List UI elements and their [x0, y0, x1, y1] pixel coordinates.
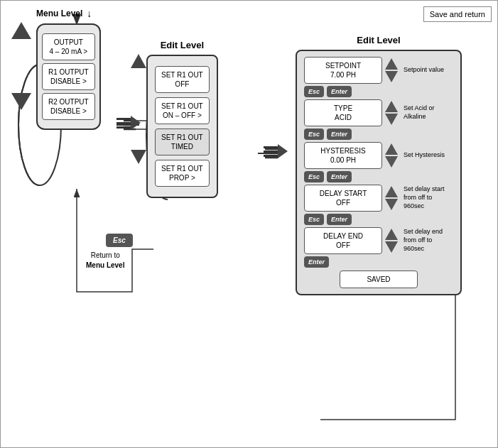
hysteresis-enter-button[interactable]: Enter: [327, 171, 352, 182]
setpoint-value-box: SETPOINT 7.00 PH: [304, 57, 382, 84]
setpoint-up-arrow[interactable]: [385, 58, 398, 70]
edit-level-1-box: SET R1 OUT OFF SET R1 OUT ON – OFF > SET…: [146, 55, 218, 198]
setpoint-arrows: [385, 58, 398, 82]
delay-start-arrows: [385, 186, 398, 210]
menu-item-r2-output[interactable]: R2 OUTPUT DISABLE >: [42, 93, 95, 120]
setpoint-enter-button[interactable]: Enter: [327, 86, 352, 97]
arrow-down-icon: ↓: [87, 8, 92, 19]
triple-line-2-icon: [264, 146, 278, 157]
connector-menu-edit1: [117, 116, 141, 130]
type-row: TYPE ACID Set Acid or Alkaline Esc Enter: [304, 99, 453, 140]
menu-item-output[interactable]: OUTPUT 4 – 20 mA >: [42, 33, 95, 60]
delay-start-enter-button[interactable]: Enter: [327, 214, 352, 225]
hysteresis-down-arrow[interactable]: [385, 156, 398, 168]
hysteresis-label: Set Hysteresis: [404, 151, 453, 160]
delay-end-arrows: [385, 229, 398, 253]
edit-level-2-title: Edit Level: [296, 35, 462, 45]
save-return-button[interactable]: Save and return: [423, 6, 492, 22]
menu-level-header: Menu Level ↓: [36, 8, 101, 19]
hysteresis-row: HYSTERESIS 0.00 PH Set Hysteresis Esc En…: [304, 142, 453, 182]
edit-level-2-box: SETPOINT 7.00 PH Setpoint value Esc Ente…: [296, 50, 462, 295]
edit-level-1-section: Edit Level SET R1 OUT OFF SET R1 OUT ON …: [146, 40, 218, 198]
type-esc-button[interactable]: Esc: [304, 129, 324, 140]
delay-end-row: DELAY END OFF Set delay end from off to …: [304, 227, 453, 268]
edit1-nav-down-arrow[interactable]: [131, 150, 146, 164]
connector-edit1-edit2: [264, 144, 288, 158]
edit1-nav-up-arrow[interactable]: [131, 54, 146, 68]
flow-arrow-2-right-icon: [278, 144, 288, 158]
type-down-arrow[interactable]: [385, 114, 398, 125]
type-arrows: [385, 101, 398, 125]
delay-start-value-box: DELAY START OFF: [304, 185, 382, 212]
hysteresis-up-arrow[interactable]: [385, 143, 398, 155]
delay-start-down-arrow[interactable]: [385, 199, 398, 210]
type-up-arrow[interactable]: [385, 101, 398, 112]
delay-end-up-arrow[interactable]: [385, 229, 398, 240]
menu-nav-up-arrow[interactable]: [11, 22, 31, 39]
setpoint-row: SETPOINT 7.00 PH Setpoint value Esc Ente…: [304, 57, 453, 97]
menu-nav-down-arrow[interactable]: [11, 93, 31, 110]
delay-start-label: Set delay start from off to 960sec: [404, 185, 453, 210]
setpoint-down-arrow[interactable]: [385, 71, 398, 82]
edit1-item-prop[interactable]: SET R1 OUT PROP >: [155, 160, 210, 187]
hysteresis-value-box: HYSTERESIS 0.00 PH: [304, 142, 382, 169]
type-value-box: TYPE ACID: [304, 99, 382, 126]
edit-level-1-title: Edit Level: [146, 40, 218, 50]
menu-level-title: Menu Level: [36, 9, 82, 18]
delay-start-up-arrow[interactable]: [385, 186, 398, 197]
esc-return-section: Esc: [106, 234, 133, 247]
menu-level-box: OUTPUT 4 – 20 mA > R1 OUTPUT DISABLE > R…: [36, 23, 101, 130]
type-enter-button[interactable]: Enter: [327, 129, 352, 140]
delay-start-esc-button[interactable]: Esc: [304, 214, 324, 225]
saved-box: SAVED: [340, 271, 418, 288]
type-esc-enter: Esc Enter: [304, 129, 453, 140]
hysteresis-esc-enter: Esc Enter: [304, 171, 453, 182]
delay-end-enter-row: Enter: [304, 256, 453, 268]
flow-arrow-right-icon: [131, 116, 141, 130]
delay-end-down-arrow[interactable]: [385, 241, 398, 253]
edit-level-2-section: Edit Level SETPOINT 7.00 PH Setpoint val…: [296, 35, 462, 295]
hysteresis-esc-button[interactable]: Esc: [304, 171, 324, 182]
edit1-item-timed[interactable]: SET R1 OUT TIMED: [155, 129, 210, 155]
return-to-menu-label: Return to Menu Level: [86, 251, 124, 271]
delay-end-enter-button[interactable]: Enter: [304, 256, 329, 268]
delay-start-row: DELAY START OFF Set delay start from off…: [304, 185, 453, 225]
delay-end-value-box: DELAY END OFF: [304, 227, 382, 254]
setpoint-label: Setpoint value: [404, 66, 453, 75]
delay-start-esc-enter: Esc Enter: [304, 214, 453, 225]
esc-return-button[interactable]: Esc: [106, 234, 133, 247]
type-label: Set Acid or Alkaline: [404, 104, 453, 121]
main-container: Save and return: [0, 0, 498, 448]
menu-item-r1-output[interactable]: R1 OUTPUT DISABLE >: [42, 63, 95, 90]
edit1-item-off[interactable]: SET R1 OUT OFF: [155, 66, 210, 93]
triple-line-icon: [117, 118, 131, 129]
hysteresis-arrows: [385, 143, 398, 168]
menu-level-section: Menu Level ↓ OUTPUT 4 – 20 mA > R1 OUTPU…: [36, 8, 101, 130]
setpoint-esc-button[interactable]: Esc: [304, 86, 324, 97]
setpoint-esc-enter: Esc Enter: [304, 86, 453, 97]
edit1-item-on-off[interactable]: SET R1 OUT ON – OFF >: [155, 97, 210, 124]
delay-end-label: Set delay end from off to 960sec: [404, 228, 453, 253]
